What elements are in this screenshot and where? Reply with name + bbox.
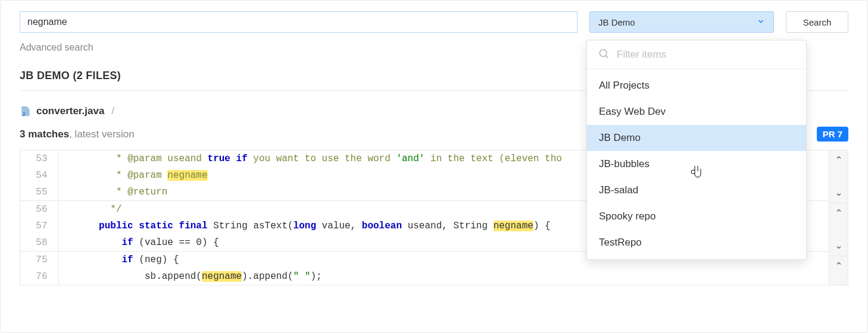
project-selector[interactable]: JB Demo xyxy=(589,11,774,33)
advanced-search-link[interactable]: Advanced search xyxy=(20,42,93,53)
scroll-down-icon[interactable] xyxy=(829,190,848,200)
search-highlight: negname xyxy=(167,170,207,181)
search-input[interactable] xyxy=(20,11,577,33)
line-number: 57 xyxy=(20,218,58,234)
line-number: 76 xyxy=(20,268,58,285)
matches-info: 3 matches, latest version xyxy=(20,128,135,140)
dropdown-item-jb-demo[interactable]: JB Demo xyxy=(587,125,806,151)
line-number: 58 xyxy=(20,234,58,252)
line-number: 54 xyxy=(20,167,58,184)
chevron-down-icon xyxy=(757,17,765,27)
scroll-up-icon[interactable] xyxy=(829,206,848,216)
project-selector-dropdown: All Projects Easy Web Dev JB Demo JB-bub… xyxy=(586,40,807,260)
dropdown-item-spooky-repo[interactable]: Spooky repo xyxy=(587,203,806,230)
dropdown-item-testrepo[interactable]: TestRepo xyxy=(587,230,806,256)
svg-line-2 xyxy=(606,56,608,58)
search-highlight: negname xyxy=(202,271,242,282)
java-file-icon: J xyxy=(20,105,32,117)
search-icon xyxy=(598,48,610,61)
svg-text:J: J xyxy=(22,111,25,117)
path-separator: / xyxy=(111,105,114,117)
matches-note: , latest version xyxy=(69,128,135,140)
search-highlight: negname xyxy=(494,221,533,231)
pr-badge[interactable]: PR 7 xyxy=(817,127,848,142)
file-name[interactable]: converter.java xyxy=(36,105,104,117)
dropdown-item-jb-bubbles[interactable]: JB-bubbles xyxy=(587,151,806,177)
svg-point-1 xyxy=(600,49,607,56)
scroll-down-icon[interactable] xyxy=(829,243,848,253)
line-number: 55 xyxy=(20,184,58,201)
dropdown-item-easy-web-dev[interactable]: Easy Web Dev xyxy=(587,99,806,125)
dropdown-item-all-projects[interactable]: All Projects xyxy=(587,73,806,99)
project-selector-label: JB Demo xyxy=(598,17,635,27)
search-button[interactable]: Search xyxy=(786,11,848,33)
dropdown-filter-input[interactable] xyxy=(617,49,795,61)
code-line: 76 sb.append(negname).append(" "); xyxy=(20,268,829,285)
scroll-up-icon[interactable] xyxy=(829,259,848,269)
dropdown-item-jb-salad[interactable]: JB-salad xyxy=(587,177,806,203)
line-number: 56 xyxy=(20,201,58,218)
code-scroll-gutter xyxy=(829,150,848,285)
matches-count: 3 matches xyxy=(20,128,69,140)
line-number: 75 xyxy=(20,252,58,269)
line-number: 53 xyxy=(20,150,58,167)
scroll-up-icon[interactable] xyxy=(829,153,848,164)
